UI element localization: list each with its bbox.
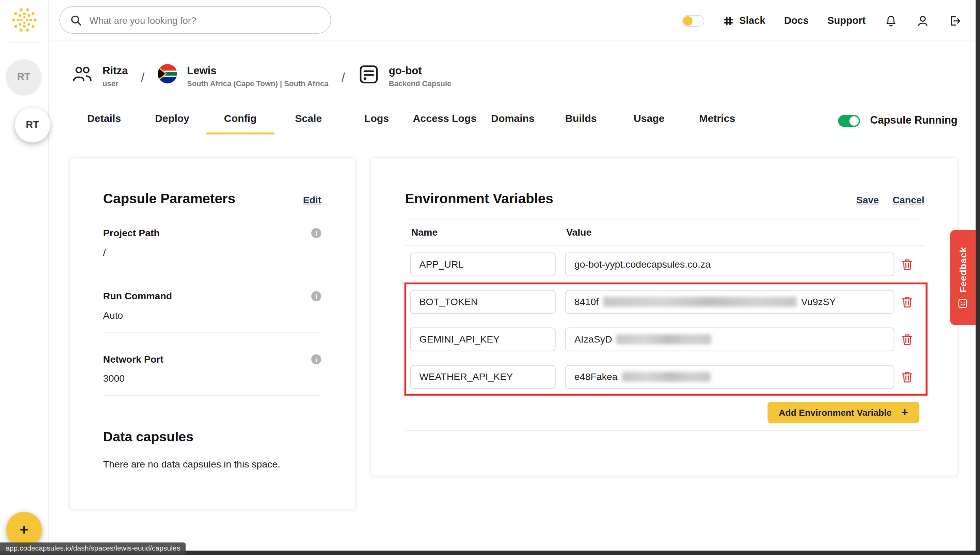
run-command-value: Auto — [103, 310, 321, 321]
plus-icon: + — [20, 521, 29, 538]
capsule-running-toggle-knob — [850, 116, 859, 125]
env-value-input[interactable]: AIzaSyD — [565, 327, 894, 351]
capsule-parameters-title: Capsule Parameters — [103, 191, 235, 206]
delete-env-var-button[interactable] — [902, 259, 912, 271]
space-avatar[interactable]: RT — [15, 107, 50, 143]
nav-slack[interactable]: Slack — [723, 15, 765, 26]
slack-icon — [723, 15, 733, 26]
nav-support[interactable]: Support — [828, 15, 866, 26]
breadcrumb-separator: / — [141, 63, 144, 85]
search-input[interactable] — [88, 14, 321, 26]
env-name-input[interactable]: APP_URL — [410, 253, 556, 276]
env-vars-table-footer: Add Environment Variable + — [405, 396, 924, 431]
codecapsules-logo-icon[interactable] — [10, 5, 40, 35]
bell-icon — [884, 14, 898, 27]
env-value-input[interactable]: e48Fakea — [565, 365, 894, 389]
breadcrumb-capsule-type: Backend Capsule — [389, 80, 452, 88]
edit-parameters-link[interactable]: Edit — [303, 194, 321, 206]
env-name-input[interactable]: BOT_TOKEN — [410, 290, 556, 314]
environment-variables-card: Environment Variables Save Cancel Name V… — [371, 158, 958, 476]
nav-slack-label: Slack — [739, 15, 765, 26]
tab-metrics[interactable]: Metrics — [683, 112, 751, 134]
plus-icon: + — [902, 407, 908, 418]
env-vars-rows: APP_URL go-bot-yypt.codecapsules.co.za B… — [405, 246, 924, 396]
status-url-tooltip: app.codecapsules.io/dash/spaces/lewis-eu… — [0, 542, 186, 554]
breadcrumb: Ritza user / — [71, 63, 451, 88]
trash-icon — [902, 259, 912, 271]
breadcrumb-space[interactable]: Lewis South Africa (Cape Town) | South A… — [158, 63, 329, 88]
tab-builds[interactable]: Builds — [547, 112, 615, 134]
tab-logs[interactable]: Logs — [343, 112, 411, 134]
screen-edge — [975, 0, 980, 555]
theme-toggle[interactable] — [682, 14, 704, 27]
feedback-smiley-icon — [958, 299, 968, 308]
capsule-running-toggle[interactable] — [838, 115, 860, 127]
add-environment-variable-button[interactable]: Add Environment Variable + — [768, 402, 919, 423]
network-port-label: Network Port — [103, 354, 164, 365]
breadcrumb-separator: / — [342, 63, 345, 85]
env-value-input[interactable]: go-bot-yypt.codecapsules.co.za — [565, 253, 894, 276]
account-button[interactable] — [916, 14, 930, 27]
divider — [103, 269, 321, 269]
notifications-button[interactable] — [884, 14, 898, 27]
env-name-input[interactable]: WEATHER_API_KEY — [410, 365, 556, 389]
tab-scale[interactable]: Scale — [274, 112, 343, 134]
delete-env-var-button[interactable] — [902, 296, 912, 308]
env-var-row: APP_URL go-bot-yypt.codecapsules.co.za — [405, 246, 924, 283]
tab-access-logs[interactable]: Access Logs — [411, 112, 479, 134]
add-space-button[interactable]: + — [6, 512, 42, 547]
topbar: Slack Docs Support — [49, 0, 980, 41]
data-capsules-empty-message: There are no data capsules in this space… — [103, 459, 321, 470]
tab-config[interactable]: Config — [206, 112, 274, 134]
env-value-input[interactable]: 8410f Vu9zSY — [565, 290, 894, 314]
trash-icon — [902, 296, 912, 308]
space-avatar-initials: RT — [26, 120, 39, 131]
network-port-value: 3000 — [103, 373, 321, 384]
trash-icon — [902, 371, 912, 383]
redacted-value-blur — [603, 297, 797, 307]
env-name-input[interactable]: GEMINI_API_KEY — [410, 327, 556, 351]
env-var-row: WEATHER_API_KEY e48Fakea — [405, 358, 924, 396]
environment-variables-title: Environment Variables — [405, 191, 553, 206]
save-env-vars-link[interactable]: Save — [856, 194, 879, 206]
capsule-tabs: Details Deploy Config Scale Logs Access … — [70, 112, 958, 134]
logout-button[interactable] — [948, 14, 961, 27]
nav-support-label: Support — [828, 15, 866, 26]
env-vars-table: Name Value APP_URL go-bot-yypt.codecapsu… — [405, 219, 924, 431]
nav-docs[interactable]: Docs — [784, 15, 809, 26]
sidebar: RT RT + — [0, 0, 49, 555]
capsule-running-control: Capsule Running — [838, 112, 958, 127]
search-box[interactable] — [59, 6, 331, 34]
logout-icon — [948, 14, 961, 27]
breadcrumb-capsule[interactable]: go-bot Backend Capsule — [358, 63, 452, 88]
param-run-command: Run Command i Auto — [103, 291, 321, 333]
tab-usage[interactable]: Usage — [615, 112, 683, 134]
breadcrumb-user-name: Ritza — [103, 66, 128, 76]
info-icon[interactable]: i — [311, 228, 321, 238]
feedback-tab[interactable]: Feedback — [950, 230, 975, 325]
content-cards: Capsule Parameters Edit Project Path i /… — [69, 158, 958, 509]
param-project-path: Project Path i / — [103, 228, 321, 269]
tab-details[interactable]: Details — [70, 112, 138, 134]
redacted-value-blur — [616, 335, 711, 345]
user-avatar[interactable]: RT — [6, 59, 41, 94]
divider — [103, 395, 321, 396]
delete-env-var-button[interactable] — [902, 334, 912, 346]
delete-env-var-button[interactable] — [902, 371, 912, 383]
project-path-value: / — [103, 247, 321, 258]
tab-deploy[interactable]: Deploy — [138, 112, 206, 134]
info-icon[interactable]: i — [311, 354, 321, 364]
data-capsules-title: Data capsules — [103, 430, 321, 445]
cancel-env-vars-link[interactable]: Cancel — [892, 194, 924, 206]
divider — [103, 332, 321, 333]
theme-toggle-knob — [683, 16, 693, 26]
search-icon — [70, 14, 82, 26]
app-window: RT RT + Slack Docs — [0, 0, 980, 555]
project-path-label: Project Path — [103, 228, 160, 239]
env-var-row: GEMINI_API_KEY AIzaSyD — [405, 321, 924, 358]
column-name: Name — [411, 227, 566, 238]
breadcrumb-user[interactable]: Ritza user — [71, 63, 128, 88]
tab-domains[interactable]: Domains — [479, 112, 547, 134]
info-icon[interactable]: i — [311, 292, 321, 302]
trash-icon — [902, 334, 912, 346]
